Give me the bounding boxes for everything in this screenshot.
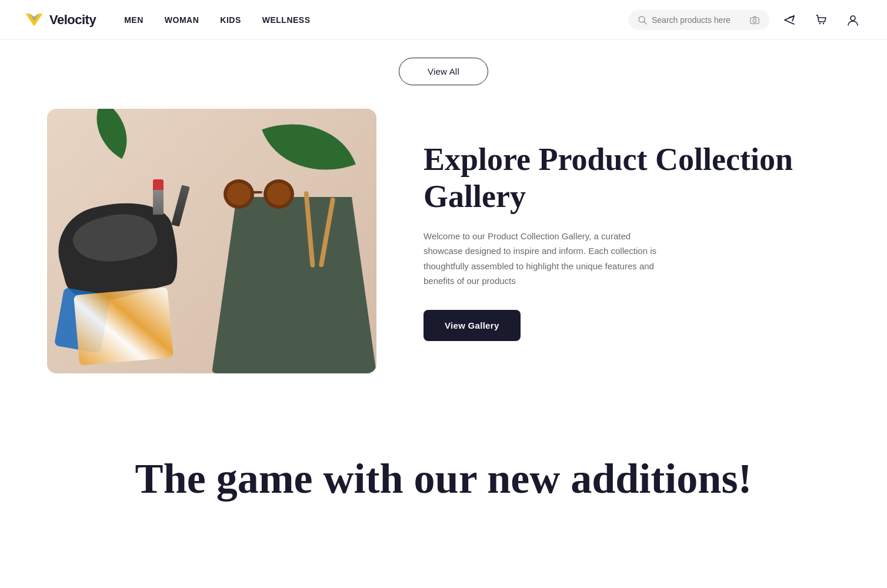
collection-title: Explore Product Collection Gallery [424,141,840,214]
header-icons [779,9,863,31]
main-nav: MEN WOMAN KIDS WELLNESS [124,15,628,25]
view-all-section: View All [0,40,887,109]
collection-description: Welcome to our Product Collection Galler… [424,229,671,289]
bottom-title: The game with our new additions! [24,456,863,502]
nav-item-kids[interactable]: KIDS [220,15,241,25]
svg-line-3 [644,22,646,24]
svg-point-8 [851,16,855,21]
fabric-decoration [74,287,174,365]
collection-text: Explore Product Collection Gallery Welco… [424,141,840,340]
search-icon [638,15,647,25]
view-all-button[interactable]: View All [399,58,488,85]
camera-icon[interactable] [749,15,760,25]
search-input[interactable] [652,15,745,25]
share-button[interactable] [779,9,800,31]
svg-point-7 [823,22,824,24]
header: Velocity MEN WOMAN KIDS WELLNESS [0,0,887,40]
tube-decoration [171,185,190,226]
logo[interactable]: Velocity [24,9,96,31]
cart-button[interactable] [811,9,832,31]
nav-item-wellness[interactable]: WELLNESS [262,15,311,25]
user-button[interactable] [842,9,863,31]
logo-text: Velocity [49,12,96,28]
svg-rect-4 [751,18,759,24]
svg-point-6 [819,22,821,24]
nav-item-woman[interactable]: WOMAN [165,15,199,25]
leaf-decoration [262,109,356,191]
main-content: View All [0,40,887,526]
sg-bridge [251,191,262,193]
bag-decoration [212,197,376,373]
search-bar[interactable] [628,10,769,30]
collection-image-inner [47,109,376,373]
collection-section: Explore Product Collection Gallery Welco… [0,109,887,420]
nav-item-men[interactable]: MEN [124,15,144,25]
sg-right-lens [264,179,294,209]
logo-icon [24,9,45,31]
leaf-decoration-2 [81,109,142,159]
sunglasses-decoration [224,179,294,215]
header-right [628,9,863,31]
collection-image [47,109,376,373]
sg-left-lens [224,179,254,209]
lipstick-decoration [153,179,164,215]
bottom-section: The game with our new additions! [0,420,887,526]
svg-point-5 [753,19,756,22]
view-gallery-button[interactable]: View Gallery [424,310,521,341]
